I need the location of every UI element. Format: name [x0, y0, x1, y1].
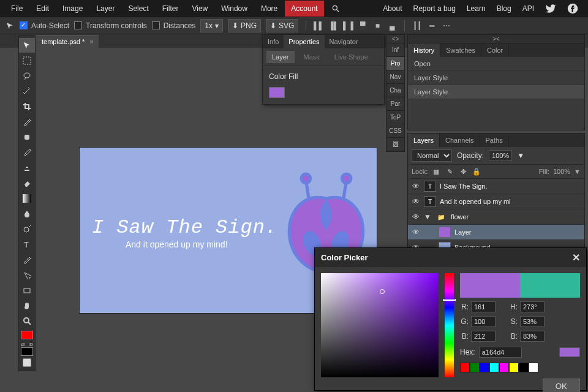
- palette-swatch[interactable]: [499, 363, 509, 372]
- shape-tool[interactable]: [19, 283, 35, 298]
- type-tool[interactable]: T: [19, 237, 35, 252]
- quickmask-toggle[interactable]: [23, 358, 31, 367]
- br-input[interactable]: [520, 331, 545, 342]
- strip-top[interactable]: ToP: [386, 111, 404, 124]
- opacity-dropdown-icon[interactable]: ▼: [517, 151, 524, 160]
- menu-edit[interactable]: Edit: [30, 1, 55, 17]
- visibility-toggle-icon[interactable]: 👁: [412, 228, 420, 236]
- strip-image-icon[interactable]: 🖼: [386, 138, 404, 151]
- tab-navigator[interactable]: Navigator: [325, 35, 363, 48]
- close-icon[interactable]: ✕: [572, 252, 580, 263]
- layer-row[interactable]: 👁 T And it opened up my mi: [408, 194, 584, 209]
- layer-row[interactable]: 👁 Layer: [408, 225, 584, 240]
- history-row[interactable]: Layer Style: [408, 85, 584, 99]
- lock-transparent-icon[interactable]: ▦: [431, 167, 441, 176]
- search-icon[interactable]: [325, 1, 346, 17]
- link-report-bug[interactable]: Report a bug: [409, 1, 461, 17]
- transform-controls-checkbox[interactable]: Transform controls: [74, 21, 147, 30]
- prop-sub-layer[interactable]: Layer: [266, 51, 295, 63]
- g-input[interactable]: [471, 316, 496, 327]
- palette-swatch[interactable]: [509, 363, 519, 372]
- export-svg-button[interactable]: ⬇ SVG: [266, 19, 298, 32]
- strip-info[interactable]: Inf: [386, 43, 404, 57]
- menu-select[interactable]: Select: [122, 1, 154, 17]
- auto-select-checkbox[interactable]: Auto-Select: [20, 21, 69, 30]
- tab-properties[interactable]: Properties: [284, 35, 324, 48]
- layer-row[interactable]: 👁 T I Saw The Sign.: [408, 179, 584, 194]
- menu-file[interactable]: File: [5, 1, 29, 17]
- zoom-select[interactable]: 1x ▾: [200, 19, 223, 32]
- hand-tool[interactable]: [19, 298, 35, 313]
- eyedropper-tool[interactable]: [19, 115, 35, 129]
- align-center-v-icon[interactable]: ■: [372, 21, 382, 31]
- h-input[interactable]: [520, 301, 545, 312]
- menu-view[interactable]: View: [186, 1, 214, 17]
- visibility-toggle-icon[interactable]: 👁: [412, 182, 420, 190]
- tab-color[interactable]: Color: [481, 43, 509, 57]
- strip-character[interactable]: Cha: [386, 84, 404, 97]
- palette-swatch[interactable]: [460, 363, 470, 372]
- tab-swatches[interactable]: Swatches: [440, 43, 481, 57]
- brush-tool[interactable]: [19, 145, 35, 160]
- align-right-icon[interactable]: ▌▐: [343, 21, 353, 31]
- strip-paragraph[interactable]: Par: [386, 97, 404, 111]
- color-picker-dialog[interactable]: Color Picker ✕ R: H: G: S: B: B: Hex:: [314, 247, 587, 391]
- prop-sub-mask[interactable]: Mask: [298, 51, 325, 63]
- distribute-v-icon[interactable]: ═: [427, 21, 437, 31]
- distribute-h-icon[interactable]: ┃┃: [412, 21, 422, 31]
- visibility-toggle-icon[interactable]: 👁: [412, 213, 420, 221]
- palette-swatch[interactable]: [489, 363, 499, 372]
- ok-button[interactable]: OK: [543, 379, 580, 392]
- visibility-toggle-icon[interactable]: 👁: [412, 197, 420, 206]
- close-tab-icon[interactable]: ×: [89, 38, 93, 45]
- layer-row-folder[interactable]: 👁 ▼ 📁 flower: [408, 209, 584, 225]
- twitter-icon[interactable]: [540, 0, 561, 18]
- gradient-tool[interactable]: [19, 191, 35, 206]
- eraser-tool[interactable]: [19, 176, 35, 190]
- swap-colors-icon[interactable]: ⇄: [21, 342, 25, 347]
- move-tool[interactable]: [19, 38, 35, 53]
- saturation-value-field[interactable]: [321, 273, 439, 377]
- tab-history[interactable]: History: [408, 43, 440, 57]
- align-left-icon[interactable]: ▌▌: [314, 21, 323, 31]
- link-api[interactable]: API: [518, 1, 539, 17]
- distances-checkbox[interactable]: Distances: [152, 21, 196, 30]
- old-color-swatch[interactable]: [520, 273, 580, 298]
- b-input[interactable]: [471, 331, 496, 342]
- strip-css[interactable]: CSS: [386, 124, 404, 138]
- palette-swatch[interactable]: [470, 363, 480, 372]
- menu-window[interactable]: Window: [215, 1, 254, 17]
- menu-layer[interactable]: Layer: [90, 1, 121, 17]
- folder-toggle-icon[interactable]: ▼: [424, 213, 431, 221]
- marquee-tool[interactable]: [19, 53, 35, 68]
- align-top-icon[interactable]: ▀: [358, 21, 368, 31]
- tab-paths[interactable]: Paths: [480, 134, 509, 147]
- palette-swatch[interactable]: [529, 363, 538, 372]
- foreground-color-swatch[interactable]: [21, 331, 33, 339]
- more-align-icon[interactable]: ⋯: [442, 21, 451, 31]
- opacity-value[interactable]: 100%: [489, 150, 512, 161]
- strip-properties[interactable]: Pro: [386, 57, 404, 70]
- tab-layers[interactable]: Layers: [408, 134, 440, 147]
- color-fill-swatch[interactable]: [269, 87, 285, 98]
- menu-more[interactable]: More: [255, 1, 284, 17]
- tab-info[interactable]: Info: [263, 35, 284, 48]
- default-colors-icon[interactable]: D: [29, 342, 33, 347]
- fill-value[interactable]: 100%: [553, 168, 570, 175]
- menu-filter[interactable]: Filter: [156, 1, 185, 17]
- export-png-button[interactable]: ⬇ PNG: [228, 19, 261, 32]
- pen-tool[interactable]: [19, 252, 35, 267]
- history-row[interactable]: Layer Style: [408, 71, 584, 85]
- strip-navigator[interactable]: Nav: [386, 70, 404, 84]
- hue-slider[interactable]: [445, 273, 454, 377]
- dodge-tool[interactable]: [19, 222, 35, 236]
- blur-tool[interactable]: [19, 206, 35, 221]
- r-input[interactable]: [471, 301, 496, 312]
- path-select-tool[interactable]: [19, 268, 35, 282]
- lasso-tool[interactable]: [19, 69, 35, 83]
- s-input[interactable]: [520, 316, 545, 327]
- background-color-swatch[interactable]: [21, 347, 33, 356]
- zoom-tool[interactable]: [19, 314, 35, 328]
- menu-image[interactable]: Image: [56, 1, 89, 17]
- lock-all-icon[interactable]: 🔒: [472, 167, 481, 176]
